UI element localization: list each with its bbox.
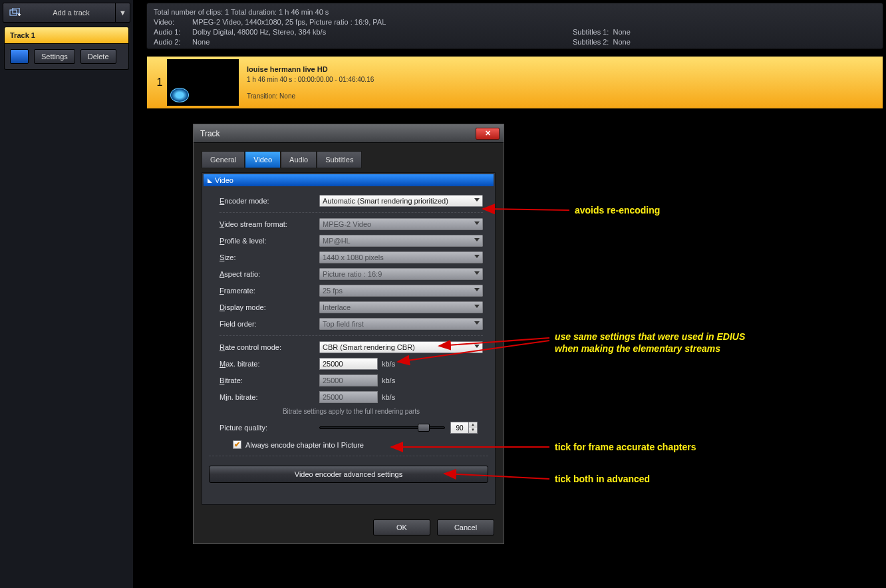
bitrate-note: Bitrate settings apply to the full rende… [220, 408, 483, 415]
picture-quality-slider[interactable] [319, 426, 445, 429]
max-bitrate-label: Max. bitrate: [220, 360, 319, 368]
unit-label: kb/s [382, 360, 395, 368]
annotation-edius-line1: use same settings that were used in EDIU… [555, 331, 745, 342]
close-button[interactable]: ✕ [476, 128, 500, 140]
framerate-dropdown: 25 fps [319, 285, 483, 297]
rate-control-dropdown[interactable]: CBR (Smart rendering CBR) [319, 341, 483, 353]
bitrate-label: Bitrate: [220, 376, 319, 384]
track-card: Track 1 Settings Delete [4, 27, 129, 70]
annotation-chapters: tick for frame accurate chapters [555, 442, 696, 452]
audio1-label: Audio 1: [154, 27, 187, 37]
chevron-down-icon [474, 238, 480, 241]
section-header[interactable]: ◣ Video [204, 174, 494, 186]
chevron-down-icon [474, 321, 480, 325]
add-track-dropdown[interactable]: ▼ [115, 3, 130, 22]
stream-format-label: Video stream format: [220, 220, 319, 228]
tab-video[interactable]: Video [245, 151, 281, 168]
encoder-mode-dropdown[interactable]: Automatic (Smart rendering prioritized) [319, 195, 483, 207]
ipicture-checkbox[interactable]: ✔ [233, 440, 241, 449]
cancel-button[interactable]: Cancel [437, 519, 494, 535]
size-label: Size: [220, 253, 319, 261]
track-thumbnail-icon[interactable] [10, 49, 29, 64]
annotation-edius-line2: when making the elementary streams [555, 343, 720, 354]
unit-label: kb/s [382, 393, 395, 401]
add-track-label: Add a track [27, 9, 115, 17]
info-summary: Total number of clips: 1 Total duration:… [154, 7, 876, 17]
sidebar: Add a track ▼ Track 1 Settings Delete [0, 0, 133, 588]
settings-button[interactable]: Settings [34, 49, 75, 64]
ipicture-label: Always encode chapter into I Picture [245, 441, 364, 449]
chevron-down-icon [474, 271, 480, 275]
picture-quality-label: Picture quality: [220, 424, 319, 432]
chevron-down-icon [474, 345, 480, 348]
chevron-down-icon [474, 255, 480, 258]
ok-button[interactable]: OK [373, 519, 430, 535]
spinner-buttons[interactable]: ▲▼ [468, 422, 478, 434]
track-dialog: Track ✕ General Video Audio Subtitles ◣ … [193, 124, 504, 544]
sub1-value: None [613, 28, 631, 36]
chevron-down-icon [474, 305, 480, 308]
profile-dropdown: MP@HL [319, 235, 483, 247]
clip-logo-icon [170, 88, 189, 102]
display-mode-dropdown: Interlace [319, 301, 483, 313]
clip-number: 1 [152, 76, 167, 88]
dialog-title: Track [200, 129, 220, 138]
tabs: General Video Audio Subtitles [202, 151, 496, 168]
field-order-label: Field order: [220, 320, 319, 328]
svg-rect-1 [13, 8, 19, 13]
annotation-advanced: tick both in advanced [555, 474, 650, 484]
annotation-avoid: avoids re-encoding [575, 205, 660, 216]
framerate-label: Framerate: [220, 287, 319, 295]
picture-quality-input[interactable] [450, 422, 469, 434]
add-track-bar[interactable]: Add a track ▼ [3, 3, 130, 23]
audio2-label: Audio 2: [154, 37, 187, 47]
clip-meta: louise hermann live HD 1 h 46 min 40 s :… [247, 65, 374, 100]
display-mode-label: Display mode: [220, 303, 319, 311]
max-bitrate-input[interactable] [319, 358, 378, 370]
audio2-value: None [192, 37, 210, 47]
audio1-value: Dolby Digital, 48000 Hz, Stereo, 384 kb/… [192, 27, 326, 37]
advanced-settings-button[interactable]: Video encoder advanced settings [209, 466, 488, 483]
section-title: Video [215, 176, 233, 184]
min-bitrate-input [319, 391, 378, 403]
track-body: Settings Delete [4, 44, 129, 70]
chevron-down-icon [474, 198, 480, 202]
stream-format-dropdown: MPEG-2 Video [319, 218, 483, 230]
sub2-label: Subtitles 2: [573, 38, 609, 46]
aspect-label: Aspect ratio: [220, 270, 319, 278]
size-dropdown: 1440 x 1080 pixels [319, 251, 483, 263]
sub2-value: None [613, 38, 631, 46]
sub1-label: Subtitles 1: [573, 28, 609, 36]
video-panel: ◣ Video Encoder mode: Automatic (Smart r… [202, 172, 496, 505]
field-order-dropdown: Top field first [319, 318, 483, 330]
clip-thumbnail[interactable] [167, 59, 239, 106]
clip-title: louise hermann live HD [247, 65, 374, 73]
tab-subtitles[interactable]: Subtitles [317, 151, 362, 168]
info-bar: Total number of clips: 1 Total duration:… [146, 3, 883, 49]
svg-rect-0 [10, 10, 17, 15]
add-track-icon [3, 8, 27, 17]
video-value: MPEG-2 Video, 1440x1080, 25 fps, Picture… [192, 17, 386, 27]
track-title[interactable]: Track 1 [4, 27, 129, 44]
chevron-down-icon [474, 288, 480, 291]
unit-label: kb/s [382, 376, 395, 384]
tab-general[interactable]: General [202, 151, 245, 168]
dialog-titlebar[interactable]: Track ✕ [194, 124, 504, 143]
profile-label: Profile & level: [220, 237, 319, 245]
clip-transition: Transition: None [247, 92, 374, 100]
min-bitrate-label: Min. bitrate: [220, 393, 319, 401]
clip-time: 1 h 46 min 40 s : 00:00:00.00 - 01:46:40… [247, 76, 374, 83]
encoder-mode-label: Encoder mode: [220, 197, 319, 205]
collapse-icon: ◣ [208, 177, 212, 184]
video-label: Video: [154, 17, 187, 27]
aspect-dropdown: Picture ratio : 16:9 [319, 268, 483, 280]
slider-thumb[interactable] [418, 424, 430, 432]
tab-audio[interactable]: Audio [281, 151, 317, 168]
rate-control-label: Rate control mode: [220, 343, 319, 351]
delete-button[interactable]: Delete [80, 49, 116, 64]
bitrate-input [319, 374, 378, 386]
clip-strip[interactable]: 1 louise hermann live HD 1 h 46 min 40 s… [146, 56, 883, 109]
chevron-down-icon [474, 221, 480, 225]
